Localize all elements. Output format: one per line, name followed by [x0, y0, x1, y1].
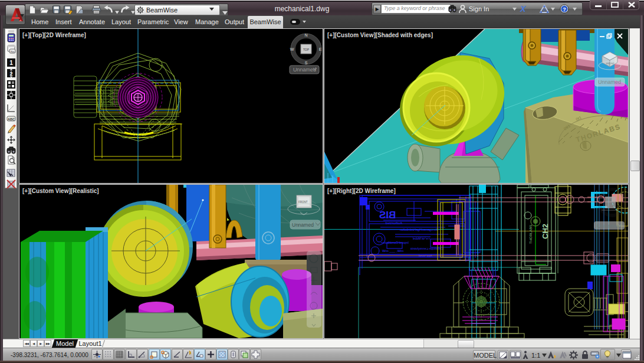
svg-text:FRONT: FRONT [606, 62, 615, 65]
svg-text:FRONT: FRONT [298, 201, 308, 204]
svg-text:noitudittznoƆ bnɒqml: noitudittznoƆ bnɒqml [381, 241, 409, 244]
svg-text:ledoM lsi╯e⊃: ledoM lsi╯e⊃ [413, 237, 431, 240]
svg-text:Authorized: Authorized [386, 221, 403, 225]
svg-text:ɒinɒvlyƨnne⊐ ʜԛlobɒliʜ⊐: ɒinɒvlyƨnne⊐ ʜԛlobɒliʜ⊐ [410, 247, 443, 250]
svg-text:CH2: CH2 [541, 224, 550, 239]
svg-text:W: W [290, 47, 294, 51]
svg-text:E: E [319, 47, 322, 51]
svg-text:TOP: TOP [303, 48, 310, 51]
svg-text:noiƚɒdinƚƨid ƚʜϱil ƚnɘmɘϱɒnɒM: noiƚɒdinƚƨid ƚʜϱil ƚnɘmɘϱɒnɒM [400, 228, 438, 231]
svg-text:ABC: ABC [8, 117, 15, 121]
svg-text:THORLABS: THORLABS [529, 225, 533, 244]
svg-text:?: ? [563, 6, 566, 12]
svg-text:Wm ___ ,Wm: Wm ___ ,Wm [382, 249, 403, 253]
svg-text:Unnamed: Unnamed [293, 67, 316, 73]
svg-text:Unnamed: Unnamed [598, 79, 621, 85]
svg-text:N: N [304, 33, 307, 37]
svg-text:BIS: BIS [379, 210, 396, 221]
svg-text:Unnamed: Unnamed [597, 223, 621, 229]
svg-text:S: S [305, 61, 308, 65]
svg-text:Unnamed: Unnamed [292, 222, 314, 228]
svg-text:1: 1 [9, 60, 13, 66]
svg-text:Rec: Rec [11, 50, 15, 53]
